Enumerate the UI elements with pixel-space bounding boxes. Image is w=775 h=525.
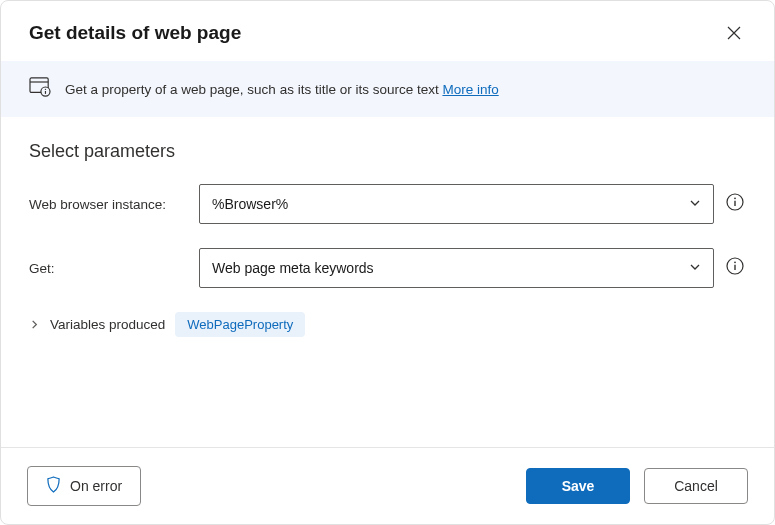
webpage-info-icon — [29, 77, 51, 101]
get-label: Get: — [29, 261, 187, 276]
variables-produced-label: Variables produced — [50, 317, 165, 332]
chevron-down-icon — [689, 196, 701, 212]
param-row-browser: Web browser instance: %Browser% — [29, 184, 746, 224]
dialog-body: Select parameters Web browser instance: … — [1, 117, 774, 447]
dialog-title: Get details of web page — [29, 22, 241, 44]
browser-help-icon[interactable] — [726, 193, 746, 215]
browser-instance-value: %Browser% — [212, 196, 288, 212]
shield-icon — [46, 476, 61, 496]
variable-pill[interactable]: WebPageProperty — [175, 312, 305, 337]
svg-point-6 — [734, 197, 736, 199]
dialog-header: Get details of web page — [1, 1, 774, 61]
chevron-down-icon — [689, 260, 701, 276]
footer-actions: Save Cancel — [526, 468, 748, 504]
svg-point-9 — [734, 261, 736, 263]
get-value: Web page meta keywords — [212, 260, 374, 276]
svg-point-3 — [45, 89, 46, 90]
variables-produced-row: Variables produced WebPageProperty — [29, 312, 746, 337]
get-select[interactable]: Web page meta keywords — [199, 248, 714, 288]
section-title: Select parameters — [29, 141, 746, 162]
close-icon — [727, 26, 741, 40]
browser-instance-select[interactable]: %Browser% — [199, 184, 714, 224]
on-error-label: On error — [70, 478, 122, 494]
more-info-link[interactable]: More info — [442, 82, 498, 97]
info-description: Get a property of a web page, such as it… — [65, 82, 442, 97]
close-button[interactable] — [720, 19, 748, 47]
param-row-get: Get: Web page meta keywords — [29, 248, 746, 288]
info-text: Get a property of a web page, such as it… — [65, 82, 499, 97]
dialog: Get details of web page Get a property o… — [0, 0, 775, 525]
chevron-right-icon — [29, 319, 40, 330]
info-banner: Get a property of a web page, such as it… — [1, 61, 774, 117]
get-help-icon[interactable] — [726, 257, 746, 279]
cancel-button[interactable]: Cancel — [644, 468, 748, 504]
variables-expander[interactable] — [29, 319, 40, 330]
dialog-footer: On error Save Cancel — [1, 447, 774, 524]
browser-instance-label: Web browser instance: — [29, 197, 187, 212]
save-button[interactable]: Save — [526, 468, 630, 504]
on-error-button[interactable]: On error — [27, 466, 141, 506]
